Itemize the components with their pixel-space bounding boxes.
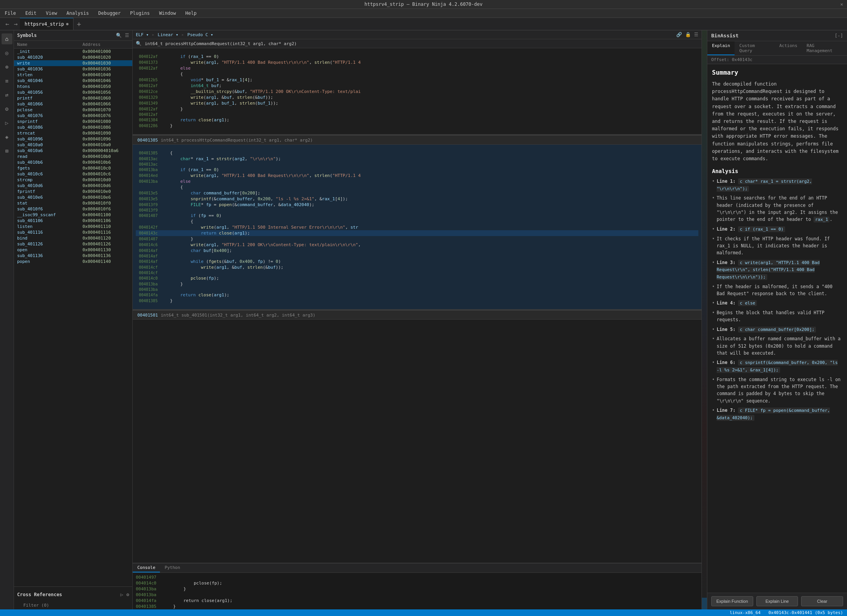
symbol-row[interactable]: sub_4011260x000401126 [14, 241, 132, 247]
symbol-row[interactable]: sub_4010860x000401086 [14, 124, 132, 130]
nav-forward-button[interactable]: → [12, 20, 20, 28]
menu-help[interactable]: Help [184, 10, 198, 17]
symbol-row[interactable]: htons0x000401050 [14, 84, 132, 89]
symbol-address: 0x000401080 [82, 119, 129, 124]
status-bar: linux-x86_64 0x40143c-0x401441 (0x5 byte… [0, 609, 847, 616]
symbol-row[interactable]: open0x000401130 [14, 247, 132, 253]
symbol-row[interactable]: sub_4010960x000401096 [14, 136, 132, 142]
explain-line-button[interactable]: Explain Line [756, 596, 798, 606]
lock-icon[interactable]: 🔒 [685, 32, 691, 37]
symbol-row[interactable]: __isoc99_sscanf0x000401100 [14, 212, 132, 218]
menu-plugins[interactable]: Plugins [128, 10, 151, 17]
sidebar-btn-symbols[interactable]: ≡ [2, 75, 12, 86]
binassist-title: BinAssist [711, 33, 835, 38]
sidebar-btn-xref[interactable]: ⇄ [2, 89, 12, 100]
sidebar-btn-grid[interactable]: ⊞ [2, 145, 12, 156]
symbol-row[interactable]: stat0x0004010f0 [14, 200, 132, 206]
link-icon[interactable]: 🔗 [676, 32, 682, 37]
cross-ref-expand-icon[interactable]: ▷ [121, 592, 123, 597]
symbol-row[interactable]: strcmp0x0004010d0 [14, 177, 132, 183]
symbol-row[interactable]: sub_4010660x000401066 [14, 101, 132, 107]
symbol-name: sub_401126 [17, 242, 82, 247]
symbol-row[interactable]: sub_4010360x000401036 [14, 66, 132, 72]
ba-tab-custom-query[interactable]: Custom Query [735, 41, 775, 55]
symbol-row[interactable]: strlen0x000401040 [14, 72, 132, 78]
symbol-row[interactable]: fgets0x0004010c0 [14, 165, 132, 171]
symbol-row[interactable]: pclose0x000401070 [14, 107, 132, 113]
menu-file[interactable]: File [3, 10, 18, 17]
code-search-bar: 🔍 int64_t processHttpCommandRequest(int3… [133, 39, 701, 48]
cross-ref-filter[interactable]: Filter (0) [14, 602, 132, 609]
close-button[interactable]: ✕ [840, 2, 843, 7]
elf-dropdown[interactable]: ELF ▾ [136, 32, 149, 37]
symbol-row[interactable]: sub_4010d60x0004010d6 [14, 183, 132, 189]
sidebar-btn-search[interactable]: ◎ [2, 47, 12, 58]
nav-back-button[interactable]: ← [3, 20, 12, 28]
console-tab-console[interactable]: Console [133, 564, 160, 572]
symbols-menu-icon[interactable]: ☰ [125, 33, 129, 38]
symbol-row[interactable]: strncat0x000401090 [14, 130, 132, 136]
symbol-row[interactable]: sub_4010e60x0004010e6 [14, 194, 132, 200]
symbol-row[interactable]: sub_4011360x000401136 [14, 253, 132, 259]
symbol-row[interactable]: sub_4010760x000401076 [14, 113, 132, 119]
symbol-row[interactable]: _init0x000401000 [14, 49, 132, 54]
clear-button[interactable]: Clear [801, 596, 843, 606]
code-line: 004012ce __builtin_strcpy(&buf, "HTTP/1.… [136, 89, 698, 94]
ba-tab-actions[interactable]: Actions [775, 41, 802, 55]
tab-add-button[interactable]: + [74, 20, 84, 28]
symbol-row[interactable]: listen0x000401110 [14, 224, 132, 229]
binassist-panel: BinAssist [-] Explain Custom Query Actio… [707, 30, 847, 609]
binassist-close-button[interactable]: [-] [835, 33, 843, 38]
menu-view[interactable]: View [44, 10, 59, 17]
symbol-address: 0x000401030 [82, 61, 129, 66]
sidebar-btn-tags[interactable]: ⊕ [2, 61, 12, 72]
symbol-row[interactable]: sub_4010c60x0004010c6 [14, 171, 132, 177]
linear-dropdown[interactable]: Linear ▾ [158, 32, 178, 37]
pseudoc-dropdown[interactable]: Pseudo C ▾ [188, 32, 213, 37]
symbol-row[interactable]: sub_4010560x000401056 [14, 89, 132, 95]
symbol-row[interactable]: bind0x000401120 [14, 235, 132, 241]
symbols-header: Symbols 🔍 ☰ [14, 30, 132, 41]
menu-edit[interactable]: Edit [24, 10, 38, 17]
symbol-address: 0x000401126 [82, 242, 129, 247]
symbol-row[interactable]: sub_4011060x000401106 [14, 218, 132, 224]
explain-function-button[interactable]: Explain Function [711, 596, 753, 606]
console-tab-python[interactable]: Python [160, 564, 185, 572]
symbols-table: _init0x000401000sub_4010200x000401020wri… [14, 49, 132, 586]
symbol-row[interactable]: read0x0004010b0 [14, 154, 132, 159]
menu-icon[interactable]: ☰ [694, 32, 698, 37]
code-line: 004012af } [136, 106, 698, 112]
symbol-row[interactable]: fprintf0x0004010e0 [14, 189, 132, 194]
symbol-row[interactable]: write0x000401030 [14, 60, 132, 66]
code-scroll[interactable]: 004012af if (rax_1 == 0) 00401373 write(… [133, 48, 701, 563]
symbol-address: 0x000401046 [82, 78, 129, 83]
symbol-row[interactable]: sub_4010f60x0004010f6 [14, 206, 132, 212]
symbol-row[interactable]: sub_4010200x000401020 [14, 54, 132, 60]
symbol-row[interactable]: sub_4010460x000401046 [14, 78, 132, 84]
symbol-row[interactable]: printf0x000401060 [14, 95, 132, 101]
symbol-row[interactable]: snprintf0x000401080 [14, 119, 132, 124]
tab-httpsrv4[interactable]: httpsrv4_strip [20, 18, 74, 30]
symbols-search-icon[interactable]: 🔍 [116, 33, 122, 38]
sidebar-btn-layers[interactable]: ◈ [2, 131, 12, 142]
menu-analysis[interactable]: Analysis [65, 10, 91, 17]
ba-tab-rag[interactable]: RAG Management [802, 41, 847, 55]
ba-tab-explain[interactable]: Explain [707, 41, 735, 55]
console-line: 004013ba [136, 592, 698, 598]
sidebar-btn-analysis[interactable]: ⚙ [2, 103, 12, 114]
symbol-row[interactable]: sub_4011160x000401116 [14, 229, 132, 235]
symbol-name: sub_4010c6 [17, 172, 82, 177]
menu-debugger[interactable]: Debugger [97, 10, 123, 17]
symbol-row[interactable]: sub_4010b60x0004010b6 [14, 159, 132, 165]
sidebar-btn-home[interactable]: ⌂ [2, 33, 12, 44]
symbol-row[interactable]: sub_4010a00x0004010a0 [14, 142, 132, 148]
symbol-address: 0x0000004010a6 [82, 148, 129, 153]
symbol-row[interactable]: popen0x000401140 [14, 259, 132, 264]
symbol-address: 0x000401140 [82, 259, 129, 264]
symbol-row[interactable]: sub_4010a60x0000004010a6 [14, 148, 132, 154]
code-line: 00401329 write(arg1, &buf, strlen(&buf))… [136, 94, 698, 100]
console-line: 00401497 [136, 574, 698, 580]
cross-ref-settings-icon[interactable]: ⚙ [126, 592, 129, 597]
menu-window[interactable]: Window [158, 10, 177, 17]
sidebar-btn-debug[interactable]: ▷ [2, 117, 12, 128]
